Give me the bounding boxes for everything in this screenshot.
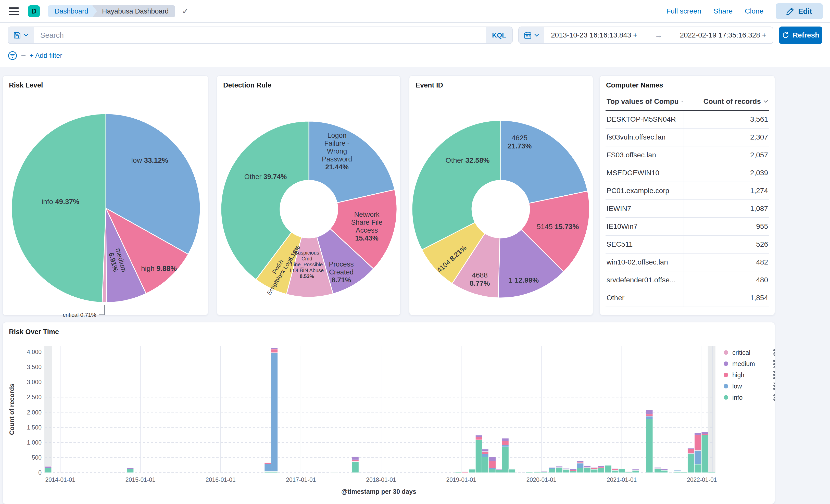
saved-query-menu[interactable] (8, 27, 34, 43)
legend-item-low[interactable]: low (724, 381, 775, 392)
column-header-computer[interactable]: Top values of Compu (606, 93, 684, 110)
bar-segment-info[interactable] (661, 470, 668, 473)
bar-segment-medium[interactable] (462, 472, 468, 472)
bar-segment-medium[interactable] (352, 456, 359, 460)
bar-segment-info[interactable] (598, 468, 605, 473)
bar-segment-medium[interactable] (541, 471, 548, 472)
legend-options-icon[interactable] (773, 383, 775, 390)
legend-options-icon[interactable] (773, 371, 775, 379)
pie-slice-Other[interactable] (412, 120, 501, 250)
computer-name-cell[interactable]: srvdefender01.offse... (606, 272, 684, 289)
kql-button[interactable]: KQL (486, 27, 512, 43)
bar-segment-critical[interactable] (45, 466, 52, 467)
count-cell[interactable]: 955 (684, 218, 769, 235)
bar-segment-medium[interactable] (598, 466, 605, 467)
bar-segment-low[interactable] (482, 454, 488, 457)
bar-segment-high[interactable] (489, 461, 496, 468)
bar-segment-high[interactable] (475, 437, 482, 440)
bar-segment-high[interactable] (591, 468, 598, 469)
bar-segment-medium[interactable] (271, 348, 278, 349)
bar-segment-info[interactable] (605, 466, 611, 473)
table-row[interactable]: MSEDGEWIN10 2,039 (606, 164, 769, 182)
bar-segment-medium[interactable] (570, 469, 576, 470)
bar-segment-high[interactable] (482, 452, 488, 454)
bar-segment-info[interactable] (502, 447, 509, 473)
bar-segment-critical[interactable] (475, 435, 482, 435)
bar-segment-info[interactable] (352, 462, 359, 473)
bar-segment-medium[interactable] (655, 468, 661, 468)
table-row[interactable]: PC01.example.corp 1,274 (606, 182, 769, 200)
legend-item-medium[interactable]: medium (724, 358, 775, 369)
bar-segment-low[interactable] (577, 463, 584, 468)
bar-segment-info[interactable] (526, 472, 533, 473)
computer-name-cell[interactable]: fs03vuln.offsec.lan (606, 129, 684, 146)
clone-link[interactable]: Clone (745, 7, 763, 15)
bar-segment-medium[interactable] (632, 469, 639, 470)
bar-segment-high[interactable] (455, 472, 462, 472)
add-filter-link[interactable]: + Add filter (30, 52, 62, 60)
table-row[interactable]: fs03vuln.offsec.lan 2,307 (606, 129, 769, 147)
bar-segment-critical[interactable] (331, 472, 338, 473)
menu-icon[interactable] (9, 7, 19, 15)
table-row[interactable]: Other 1,854 (606, 289, 769, 307)
bar-segment-info[interactable] (577, 468, 584, 473)
count-cell[interactable]: 482 (684, 254, 769, 271)
bar-segment-medium[interactable] (612, 469, 618, 469)
bar-segment-medium[interactable] (469, 469, 475, 469)
pie-slice-info[interactable] (11, 114, 106, 303)
bar-segment-info[interactable] (618, 469, 625, 473)
count-cell[interactable]: 1,854 (684, 289, 769, 307)
bar-segment-info[interactable] (694, 464, 701, 473)
bar-segment-info[interactable] (489, 469, 496, 473)
bar-segment-high[interactable] (264, 463, 271, 464)
bar-segment-low[interactable] (489, 468, 496, 469)
search-input[interactable] (34, 27, 486, 43)
bar-segment-high[interactable] (577, 463, 584, 464)
bar-segment-high[interactable] (271, 349, 278, 352)
count-cell[interactable]: 2,057 (684, 147, 769, 164)
bar-segment-info[interactable] (549, 469, 555, 473)
computer-name-cell[interactable]: MSEDGEWIN10 (606, 164, 684, 182)
table-row[interactable]: win10-02.offsec.lan 482 (606, 254, 769, 272)
bar-segment-info[interactable] (681, 472, 688, 473)
bar-segment-medium[interactable] (127, 468, 134, 469)
bar-segment-info[interactable] (45, 468, 52, 473)
bar-segment-info[interactable] (482, 457, 488, 473)
computer-name-cell[interactable]: DESKTOP-M5SN04R (606, 111, 684, 128)
bar-segment-info[interactable] (475, 440, 482, 473)
table-row[interactable]: FS03.offsec.lan 2,057 (606, 147, 769, 164)
count-cell[interactable]: 3,561 (684, 111, 769, 128)
bar-segment-high[interactable] (352, 460, 359, 462)
table-row[interactable]: IE10Win7 955 (606, 218, 769, 236)
bar-segment-info[interactable] (646, 419, 653, 473)
count-cell[interactable]: 526 (684, 236, 769, 253)
bar-segment-info[interactable] (688, 454, 694, 473)
date-start[interactable]: 2013-10-23 16:16:13.843 + (551, 31, 637, 39)
bar-segment-medium[interactable] (489, 457, 496, 461)
filter-icon[interactable] (8, 51, 17, 60)
legend-options-icon[interactable] (773, 394, 775, 401)
legend-options-icon[interactable] (773, 360, 775, 368)
bar-segment-info[interactable] (556, 468, 563, 473)
bar-segment-medium[interactable] (661, 469, 668, 470)
table-row[interactable]: DESKTOP-M5SN04R 3,561 (606, 111, 769, 129)
bar-segment-high[interactable] (688, 449, 694, 453)
bar-segment-low[interactable] (674, 470, 681, 471)
space-logo[interactable]: D (28, 5, 40, 17)
bar-segment-info[interactable] (264, 471, 271, 473)
bar-segment-info[interactable] (509, 469, 515, 473)
bar-segment-info[interactable] (541, 472, 548, 473)
table-row[interactable]: SEC511 526 (606, 236, 769, 254)
bar-segment-low[interactable] (694, 450, 701, 464)
bar-segment-high[interactable] (612, 469, 618, 470)
bar-segment-info[interactable] (469, 469, 475, 473)
pie-slice-4625[interactable] (501, 120, 588, 203)
bar-segment-medium[interactable] (549, 467, 555, 468)
bar-segment-medium[interactable] (701, 432, 708, 434)
bar-segment-info[interactable] (632, 470, 639, 473)
breadcrumb-dashboard[interactable]: Dashboard (48, 5, 97, 17)
bar-segment-medium[interactable] (563, 468, 570, 469)
bar-segment-info[interactable] (655, 469, 661, 473)
bar-segment-high[interactable] (502, 441, 509, 445)
bar-segment-medium[interactable] (556, 466, 563, 468)
